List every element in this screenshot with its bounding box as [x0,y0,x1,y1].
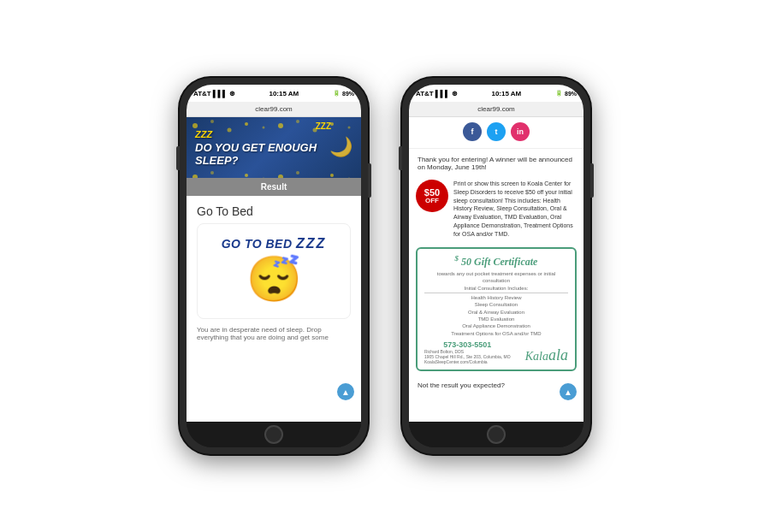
home-button-2[interactable] [487,425,506,444]
home-area-1 [187,422,361,447]
result-tab-label: Result [261,182,287,192]
instagram-icon: in [517,127,524,136]
cert-includes: Initial Consultation Includes: [424,285,568,293]
badge-label: OFF [425,198,439,205]
battery-pct-1: 89% [342,91,354,97]
gift-cert-amount: 50 [461,256,471,268]
status-left-1: AT&T ▌▌▌ ⊛ [193,90,235,98]
gift-certificate: $ 50 Gift Certificate towards any out po… [416,247,577,372]
phone2-content: f t in Thank you for entering! A winner … [409,117,583,422]
congrats-text: Thank you for entering! A winner will be… [409,151,583,176]
scroll-up-icon-1: ▲ [341,387,350,397]
facebook-icon: f [471,127,474,136]
wifi-2: ⊛ [452,90,458,98]
not-expected-text: Not the result you expected? [409,376,583,394]
cert-website: KoalaSleepCenter.com/Columbia [424,359,511,364]
battery-icon-2: 🔋 [555,90,563,97]
phones-container: AT&T ▌▌▌ ⊛ 10:15 AM 🔋 89% clear99.com [0,0,770,532]
cert-line-1: Health History Review [424,294,568,301]
cert-line-6: Treatment Options for OSA and/or TMD [424,330,568,337]
card-zzz: ZZZ [296,236,326,251]
coupon-section: $50 OFF Print or show this screen to Koa… [416,180,577,239]
carrier-1: AT&T [193,90,211,98]
phone-1-inner: AT&T ▌▌▌ ⊛ 10:15 AM 🔋 89% clear99.com [187,85,361,447]
facebook-btn[interactable]: f [463,122,482,141]
badge-amount: $50 [424,187,440,198]
gift-cert-footer: 573-303-5501 Richard Bolton, DDS 1905 Ch… [424,340,568,364]
cert-signature: Kalaala [525,346,568,364]
fifty-off-badge: $50 OFF [416,180,448,212]
address-bar-1[interactable]: clear99.com [187,102,361,117]
banner-title: Do You Get Enough Sleep? [195,141,317,168]
cert-phone: 573-303-5501 [424,340,511,349]
home-button-1[interactable] [264,425,283,444]
status-bar-1: AT&T ▌▌▌ ⊛ 10:15 AM 🔋 89% [187,85,361,102]
card-heading-text: Go To Bed [222,237,293,251]
status-left-2: AT&T ▌▌▌ ⊛ [416,90,458,98]
go-to-bed-title: Go To Bed [187,196,361,223]
instagram-btn[interactable]: in [511,122,530,141]
phone-2: AT&T ▌▌▌ ⊛ 10:15 AM 🔋 89% clear99.com [402,78,590,454]
cert-line-2: Sleep Consultation [424,301,568,308]
status-right-2: 🔋 89% [555,90,577,97]
time-2: 10:15 AM [491,90,521,98]
phone-1: AT&T ▌▌▌ ⊛ 10:15 AM 🔋 89% clear99.com [180,78,368,454]
gift-cert-title: $ 50 Gift Certificate [424,254,568,269]
cert-line-4: TMD Evaluation [424,316,568,322]
cert-left: 573-303-5501 Richard Bolton, DDS 1905 Ch… [424,340,511,364]
sleep-banner: ZZZ Do You Get Enough Sleep? 🌙 ZZZ [187,117,361,178]
time-1: 10:15 AM [269,90,299,98]
gift-cert-dollar: $ [455,254,459,263]
signal-2: ▌▌▌ [435,90,450,98]
status-bar-2: AT&T ▌▌▌ ⊛ 10:15 AM 🔋 89% [409,85,583,102]
signature-text: Kala [525,350,548,363]
phone-2-inner: AT&T ▌▌▌ ⊛ 10:15 AM 🔋 89% clear99.com [409,85,583,447]
carrier-2: AT&T [416,90,434,98]
cert-subtitle: towards any out pocket treatment expense… [424,270,568,285]
cert-line-5: Oral Appliance Demonstration [424,322,568,329]
banner-zzz: ZZZ [195,129,212,139]
twitter-icon: t [495,127,498,136]
battery-pct-2: 89% [565,91,577,97]
address-bar-2[interactable]: clear99.com [409,102,583,117]
go-to-bed-card: Go To Bed ZZZ 😴 [197,223,351,319]
scroll-up-icon-2: ▲ [564,387,572,397]
signal-1: ▌▌▌ [213,90,228,98]
scroll-up-btn-1[interactable]: ▲ [337,383,354,400]
sleep-emoji: 😴 [206,257,341,301]
card-heading: Go To Bed ZZZ [206,236,341,251]
social-bar: f t in [409,117,583,146]
sleep-banner-text: ZZZ Do You Get Enough Sleep? [195,127,352,168]
twitter-btn[interactable]: t [487,122,506,141]
gift-cert-title-text: Gift Certificate [474,256,537,268]
bottom-text-1: You are in desperate need of sleep. Drop… [187,319,361,348]
url-1: clear99.com [255,105,293,113]
home-area-2 [409,422,583,447]
battery-icon-1: 🔋 [333,90,341,97]
result-tab: Result [187,178,361,196]
wifi-1: ⊛ [229,90,235,98]
gift-cert-details: towards any out pocket treatment expense… [424,270,568,338]
divider-1 [409,148,583,149]
coupon-description: Print or show this screen to Koala Cente… [453,180,577,239]
cert-line-3: Oral & Airway Evaluation [424,309,568,316]
url-2: clear99.com [477,105,515,113]
scroll-up-btn-2[interactable]: ▲ [560,383,577,400]
screen-content-1: ZZZ Do You Get Enough Sleep? 🌙 ZZZ Resul… [187,117,361,422]
status-right-1: 🔋 89% [333,90,354,97]
